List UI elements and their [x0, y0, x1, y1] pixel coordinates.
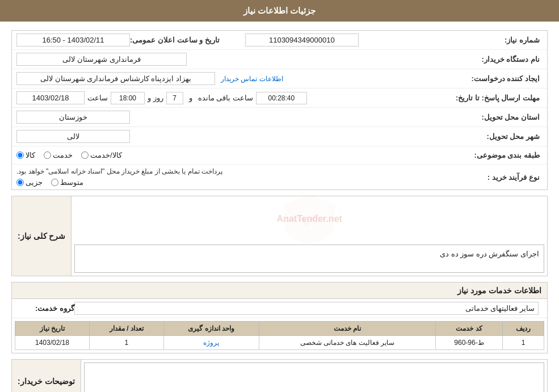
shomara-label: شماره نیاز:	[469, 36, 543, 44]
th-nam: نام خدمت	[259, 322, 436, 336]
td-kod: ط-96-960	[436, 336, 503, 350]
services-section: اطلاعات خدمات مورد نیاز سایر فعالیتهای خ…	[11, 282, 548, 353]
ejad-row: ایجاد کننده درخواست: اطلاعات تماس خریدار…	[12, 69, 547, 88]
services-table: ردیف کد خدمت نام خدمت واحد اندازه گیری ت…	[15, 321, 544, 350]
ostan-label: استان محل تحویل:	[469, 113, 543, 121]
tosihaat-label: توضیحات خریدار:	[18, 377, 75, 386]
sharh-box-wrapper: AnatTender.net اجرای سنگفرش دره سوز ده د…	[72, 196, 547, 276]
shahr-row: شهر محل تحویل: لالی	[12, 127, 547, 146]
grooh-value: سایر فعالیتهای خدماتی	[74, 302, 539, 315]
tabaghe-row: طبقه بندی موضوعی: کالا/خدمت خدمت کالا	[12, 146, 547, 165]
shomara-value: 1103094349000010	[245, 33, 359, 47]
nooe-jozi-item: جزیی	[16, 178, 43, 187]
tabaghe-kala-item: کالا	[16, 151, 35, 159]
nooe-radio-group: متوسط جزیی	[16, 178, 83, 187]
roz-label-text: و	[189, 94, 192, 102]
tarikh-elan-label: تاریخ و ساعت اعلان عمومی:	[130, 36, 222, 44]
nooe-jozi-radio[interactable]	[16, 179, 24, 186]
main-content: شماره نیاز: 1103094349000010 تاریخ و ساع…	[0, 22, 559, 392]
dastgah-row: نام دستگاه خریدار: فرمانداری شهرستان لال…	[12, 50, 547, 69]
td-tarikh: 1403/02/18	[15, 336, 90, 350]
sharh-section: AnatTender.net اجرای سنگفرش دره سوز ده د…	[11, 196, 548, 276]
tabaghe-kala-radio[interactable]	[16, 151, 24, 159]
baqi-label: ساعت باقی مانده	[198, 94, 253, 102]
ostan-row: استان محل تحویل: خوزستان	[12, 108, 547, 127]
nooe-row: نوع فرآیند خرید : پرداخت تمام یا بخشی از…	[12, 165, 547, 189]
tarikh-ersal-date: 1403/02/18	[16, 91, 85, 104]
shahr-value: لالی	[16, 130, 130, 143]
purchase-text: پرداخت تمام یا بخشی از مبلغ خریداز محل "…	[16, 167, 222, 175]
page-header: جزئیات اطلاعات نیاز	[0, 0, 559, 22]
resize-icon: ◢	[86, 390, 91, 392]
nooe-motevaset-radio[interactable]	[51, 179, 58, 186]
services-table-container: ردیف کد خدمت نام خدمت واحد اندازه گیری ت…	[15, 321, 544, 350]
date-time-group: 00:28:40 ساعت باقی مانده و 7 روز و 18:00…	[16, 91, 307, 104]
td-radif: 1	[502, 336, 544, 350]
grooh-label: گروه خدمت:	[18, 304, 74, 313]
page-wrapper: جزئیات اطلاعات نیاز شماره نیاز: 11030943…	[0, 0, 559, 392]
shomara-row: شماره نیاز: 1103094349000010 تاریخ و ساع…	[12, 31, 547, 50]
nooe-label: نوع فرآیند خرید :	[469, 173, 543, 182]
tabaghe-label: طبقه بندی موضوعی:	[469, 151, 543, 159]
baqi-value: 00:28:40	[256, 92, 307, 104]
main-form-section: شماره نیاز: 1103094349000010 تاریخ و ساع…	[11, 30, 548, 190]
tabaghe-kala-label: کالا	[26, 151, 35, 159]
table-head: ردیف کد خدمت نام خدمت واحد اندازه گیری ت…	[15, 322, 544, 336]
grooh-row: سایر فعالیتهای خدماتی گروه خدمت:	[12, 299, 547, 318]
sharh-row: AnatTender.net اجرای سنگفرش دره سوز ده د…	[12, 196, 547, 276]
shahr-label: شهر محل تحویل:	[469, 132, 543, 141]
roz-label: روز و	[148, 94, 163, 102]
watermark-text: AnatTender.net	[277, 214, 342, 224]
tosihaat-value: ◢	[84, 363, 544, 392]
th-kod: کد خدمت	[436, 322, 503, 336]
td-nam: سایر فعالیت های خدماتی شخصی	[259, 336, 436, 350]
ostan-value: خوزستان	[16, 111, 130, 124]
tarikh-ersal-row: مهلت ارسال پاسخ: تا تاریخ: 00:28:40 ساعت…	[12, 88, 547, 108]
saat-label: ساعت	[87, 94, 108, 102]
sharh-label-cell: شرح کلی نیاز:	[12, 196, 72, 276]
ejad-label: ایجاد کننده درخواست:	[469, 74, 543, 83]
dastgah-value: فرمانداری شهرستان لالی	[16, 53, 187, 66]
roz-value: 7	[166, 92, 183, 104]
saat-value: 18:00	[111, 92, 145, 104]
th-tarikh: تاریخ نیاز	[15, 322, 90, 336]
tabaghe-kala-khedmat-item: کالا/خدمت	[81, 151, 122, 159]
ejad-link[interactable]: اطلاعات تماس خریدار	[221, 75, 283, 83]
shahr-value-cell: لالی	[16, 130, 469, 143]
tarikh-elan-value: 1403/02/11 - 16:50	[16, 33, 130, 47]
tabaghe-khedmat-radio[interactable]	[44, 151, 51, 159]
tabaghe-kala-khedmat-label: کالا/خدمت	[90, 151, 122, 159]
table-row: 1 ط-96-960 سایر فعالیت های خدماتی شخصی پ…	[15, 336, 544, 350]
ejad-value: بهزاد ایزدپناه کارشناس فرمانداری شهرستان…	[16, 72, 215, 85]
tarikh-ersal-value-cell: 00:28:40 ساعت باقی مانده و 7 روز و 18:00…	[16, 91, 456, 104]
tabaghe-khedmat-label: خدمت	[53, 151, 73, 159]
dastgah-value-cell: فرمانداری شهرستان لالی	[16, 53, 469, 66]
tabaghe-value-cell: کالا/خدمت خدمت کالا	[16, 151, 469, 159]
tosihaat-label-cell: توضیحات خریدار:	[12, 360, 81, 392]
tabaghe-kala-khedmat-radio[interactable]	[81, 151, 89, 159]
sharh-value: اجرای سنگفرش دره سوز ده دی	[74, 245, 544, 273]
th-radif: ردیف	[502, 322, 544, 336]
tarikh-ersal-label: مهلت ارسال پاسخ: تا تاریخ:	[456, 94, 543, 102]
tosihaat-box-wrapper: ◢	[81, 360, 547, 392]
nooe-value-cell: پرداخت تمام یا بخشی از مبلغ خریداز محل "…	[16, 167, 469, 187]
tabaghe-radio-group: کالا/خدمت خدمت کالا	[16, 151, 122, 159]
services-section-title: اطلاعات خدمات مورد نیاز	[12, 283, 547, 299]
dastgah-label: نام دستگاه خریدار:	[469, 55, 543, 64]
shomara-value-cell: 1103094349000010 تاریخ و ساعت اعلان عموم…	[16, 33, 469, 47]
sharh-label: شرح کلی نیاز:	[18, 231, 65, 241]
nooe-motevaset-label: متوسط	[60, 178, 83, 187]
watermark-container: AnatTender.net	[72, 196, 547, 242]
ejad-value-cell: اطلاعات تماس خریدار بهزاد ایزدپناه کارشن…	[16, 72, 469, 85]
td-tedad: 1	[89, 336, 163, 350]
tosihaat-section: ◢ توضیحات خریدار:	[11, 359, 548, 392]
page-title: جزئیات اطلاعات نیاز	[243, 6, 316, 15]
td-vahed: پروژه	[163, 336, 259, 350]
nooe-jozi-label: جزیی	[26, 178, 43, 187]
th-tedad: تعداد / مقدار	[89, 322, 163, 336]
th-vahed: واحد اندازه گیری	[163, 322, 259, 336]
nooe-motevaset-item: متوسط	[51, 178, 83, 187]
ostan-value-cell: خوزستان	[16, 111, 469, 124]
table-header-row: ردیف کد خدمت نام خدمت واحد اندازه گیری ت…	[15, 322, 544, 336]
tabaghe-khedmat-item: خدمت	[44, 151, 73, 159]
